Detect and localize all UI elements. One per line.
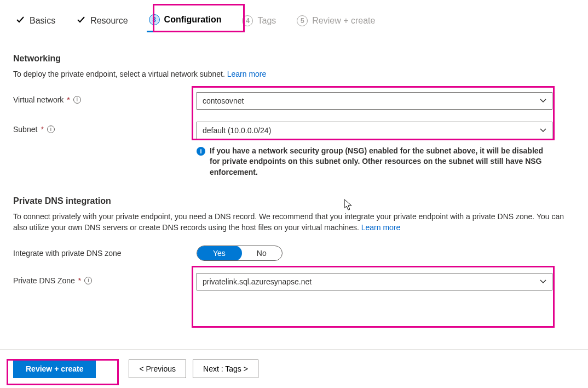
step-number: 3 [149,14,160,25]
tab-review-create[interactable]: 5 Review + create [295,11,377,32]
chevron-down-icon [540,99,546,103]
previous-button[interactable]: < Previous [129,360,186,378]
dns-description: To connect privately with your private e… [13,212,566,233]
tab-label: Configuration [164,15,222,25]
integrate-dns-row: Integrate with private DNS zone Yes No [13,246,575,261]
next-button[interactable]: Next : Tags > [193,360,258,378]
tab-tags[interactable]: 4 Tags [240,11,278,32]
tab-resource[interactable]: Resource [74,10,130,32]
info-icon[interactable]: i [84,277,92,284]
private-dns-zone-row: Private DNS Zone * i privatelink.sql.azu… [13,273,575,290]
dns-heading: Private DNS integration [13,196,575,206]
select-value: default (10.0.0.0/24) [203,126,271,135]
tab-label: Resource [90,16,128,26]
review-create-button[interactable]: Review + create [13,360,96,378]
dns-learn-more-link[interactable]: Learn more [361,223,401,232]
check-icon [76,15,86,27]
tab-label: Basics [30,16,55,26]
networking-heading: Networking [13,54,575,64]
virtual-network-select[interactable]: contosovnet [197,92,552,110]
wizard-footer: Review + create < Previous Next : Tags > [0,349,588,388]
chevron-down-icon [540,128,546,133]
info-icon[interactable]: i [47,125,55,133]
virtual-network-label: Virtual network * i [13,92,197,104]
select-value: privatelink.sql.azuresynapse.net [203,277,312,286]
check-icon [15,15,25,27]
chevron-down-icon [540,279,546,284]
toggle-yes[interactable]: Yes [197,246,242,261]
required-asterisk: * [41,125,43,134]
wizard-tabs: Basics Resource 3 Configuration 4 Tags 5… [0,0,588,33]
info-icon: i [197,147,205,156]
networking-learn-more-link[interactable]: Learn more [227,70,267,78]
integrate-dns-toggle[interactable]: Yes No [197,246,283,261]
select-value: contosovnet [203,96,244,105]
tab-label: Tags [257,16,276,26]
subnet-nsg-hint: i If you have a network security group (… [197,146,552,178]
tab-basics[interactable]: Basics [13,10,57,32]
integrate-dns-label: Integrate with private DNS zone [13,246,197,258]
private-dns-zone-label: Private DNS Zone * i [13,273,197,285]
toggle-no[interactable]: No [241,246,282,260]
virtual-network-row: Virtual network * i contosovnet [13,92,575,110]
subnet-select[interactable]: default (10.0.0.0/24) [197,122,552,139]
tab-label: Review + create [312,16,375,26]
subnet-label: Subnet * i [13,122,197,134]
tab-configuration[interactable]: 3 Configuration [147,10,224,32]
private-dns-zone-select[interactable]: privatelink.sql.azuresynapse.net [197,273,552,290]
subnet-row: Subnet * i default (10.0.0.0/24) i If yo… [13,122,575,178]
required-asterisk: * [78,276,81,285]
content-area: Networking To deploy the private endpoin… [0,33,588,290]
info-icon[interactable]: i [73,96,81,104]
required-asterisk: * [67,95,70,104]
step-number: 4 [242,15,253,26]
networking-description: To deploy the private endpoint, select a… [13,69,566,80]
step-number: 5 [297,15,308,26]
